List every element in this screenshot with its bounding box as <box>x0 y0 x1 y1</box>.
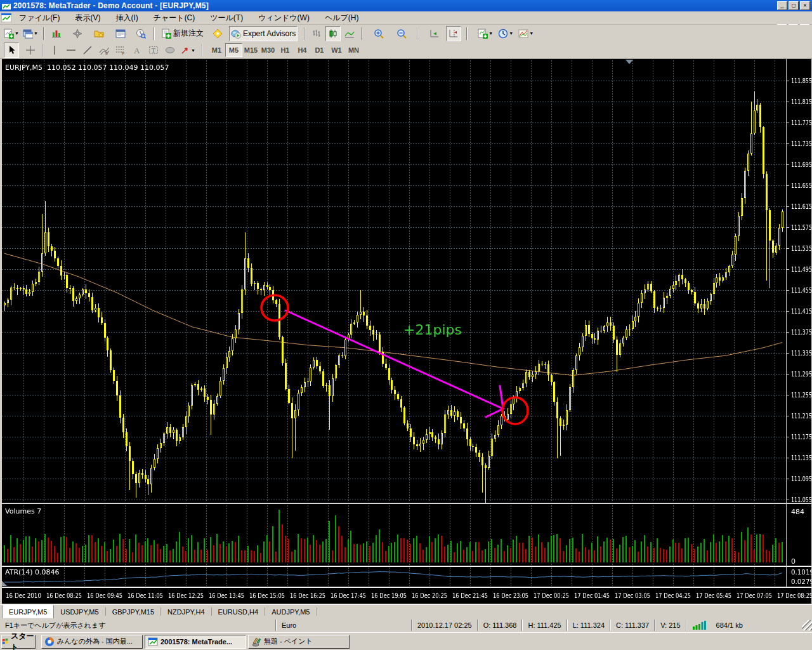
expert-advisors-icon <box>231 29 241 39</box>
text-icon: A <box>132 45 142 55</box>
paint-icon <box>251 637 261 647</box>
timeframe-mn[interactable]: MN <box>345 43 362 57</box>
tab-audjpy-m5[interactable]: AUDJPY,M5 <box>265 605 316 618</box>
templates-button[interactable]: ▼ <box>517 26 535 41</box>
indicators-button[interactable]: ▼ <box>476 26 494 41</box>
tab-nzdjpy-h4[interactable]: NZDJPY,H4 <box>161 605 211 618</box>
close-button[interactable]: ✕ <box>800 1 810 10</box>
periods-icon <box>498 29 508 39</box>
chart-canvas[interactable] <box>2 59 811 604</box>
line-chart-button[interactable] <box>342 26 357 41</box>
horizontal-line-button[interactable] <box>63 43 79 58</box>
tester-icon <box>136 29 146 39</box>
metatrader-window: 2001578: MetaTrader - Demo Account - [EU… <box>0 0 812 650</box>
windows-logo-icon <box>2 637 9 646</box>
svg-text:E: E <box>105 51 108 55</box>
status-bar: F1キーでヘルプが表示されます Euro 2010.12.17 02:25 O:… <box>0 618 812 632</box>
indicators-icon <box>478 29 488 39</box>
menu-bar: ファイル(F) 表示(V) 挿入(I) チャート(C) ツール(T) ウィンドウ… <box>0 11 812 25</box>
text-label-button[interactable]: T <box>146 43 161 58</box>
trendline-button[interactable] <box>80 43 95 58</box>
timeframe-h4[interactable]: H4 <box>294 43 311 57</box>
status-traffic: 684/1 kb <box>711 620 748 631</box>
terminal-icon <box>115 29 126 39</box>
menu-view[interactable]: 表示(V) <box>67 11 108 25</box>
expert-advisors-button[interactable]: Expert Advisors <box>229 26 298 41</box>
periods-button[interactable]: ▼ <box>497 26 514 41</box>
zoom-out-button[interactable] <box>394 26 409 41</box>
menu-help[interactable]: ヘルプ(H) <box>317 11 367 25</box>
toolbar-separator <box>202 44 203 56</box>
channel-icon: E <box>99 45 109 55</box>
new-chart-button[interactable]: ▼ <box>3 26 20 41</box>
channel-button[interactable]: E <box>96 43 112 58</box>
new-order-label: 新規注文 <box>173 28 204 39</box>
chart-shift-button[interactable] <box>446 26 461 41</box>
menu-insert[interactable]: 挿入(I) <box>108 11 145 25</box>
crosshair-icon <box>25 45 36 55</box>
horizontal-line-icon <box>66 45 76 55</box>
timeframe-m5[interactable]: M5 <box>225 43 242 57</box>
task-paint[interactable]: 無題 - ペイント <box>248 635 350 649</box>
arrows-button[interactable]: ▼ <box>179 43 197 58</box>
menu-chart[interactable]: チャート(C) <box>146 11 203 25</box>
cursor-button[interactable] <box>4 43 19 58</box>
start-button[interactable]: スタート <box>1 635 36 649</box>
tab-eurjpy-m5[interactable]: EURJPY,M5 <box>2 605 54 618</box>
toolbar-separator <box>42 44 43 56</box>
maximize-button[interactable]: □ <box>789 1 799 10</box>
vertical-line-button[interactable] <box>47 43 62 58</box>
menu-tools[interactable]: ツール(T) <box>202 11 251 25</box>
connection-bars-icon <box>692 621 706 630</box>
arrow-tool-icon <box>180 45 190 55</box>
menu-window[interactable]: ウィンドウ(W) <box>251 11 317 25</box>
auto-scroll-button[interactable] <box>427 26 442 41</box>
new-order-icon <box>161 29 171 39</box>
zoom-in-button[interactable] <box>371 26 386 41</box>
templates-icon <box>518 29 528 39</box>
timeframe-m15[interactable]: M15 <box>242 43 259 57</box>
cursor-icon <box>6 45 16 55</box>
profiles-button[interactable]: ▼ <box>22 26 39 41</box>
trendline-icon <box>82 45 93 55</box>
terminal-button[interactable] <box>113 26 128 41</box>
minimize-button[interactable]: _ <box>777 1 787 10</box>
status-symbol-name: Euro <box>277 620 411 631</box>
timeframe-h1[interactable]: H1 <box>277 43 294 57</box>
title-bar: 2001578: MetaTrader - Demo Account - [EU… <box>0 0 812 11</box>
bar-chart-button[interactable] <box>309 26 324 41</box>
toolbar-separator <box>304 27 305 40</box>
text-button[interactable]: A <box>129 43 145 58</box>
crosshair-button[interactable] <box>23 43 38 58</box>
chart-window <box>0 59 812 604</box>
toolbar-separator <box>361 27 362 40</box>
drawing-toolbar: E F A T ▼ M1 M5 M15 M30 H1 H4 D1 W1 MN <box>0 42 812 59</box>
profiles-icon <box>23 29 33 39</box>
status-datetime: 2010.12.17 02:25 <box>412 620 477 631</box>
chart-mdi-icon <box>1 13 11 22</box>
history-center-button[interactable] <box>91 26 107 41</box>
tab-gbpjpy-m15[interactable]: GBPJPY,M15 <box>106 605 160 618</box>
new-order-button[interactable]: 新規注文 <box>160 26 205 41</box>
task-metatrader[interactable]: 2001578: MetaTrade... <box>145 635 246 649</box>
timeframe-w1[interactable]: W1 <box>328 43 345 57</box>
market-watch-button[interactable] <box>48 26 63 41</box>
task-browser[interactable]: みんなの外為 - 国内最... <box>41 635 143 649</box>
timeframe-d1[interactable]: D1 <box>311 43 328 57</box>
strategy-tester-button[interactable] <box>133 26 148 41</box>
vertical-line-icon <box>49 45 60 55</box>
menu-file[interactable]: ファイル(F) <box>11 11 67 25</box>
tab-eurusd-h4[interactable]: EURUSD,H4 <box>212 605 265 618</box>
toolbar-separator <box>43 27 44 40</box>
timeframe-m30[interactable]: M30 <box>259 43 277 57</box>
timeframe-m1[interactable]: M1 <box>208 43 225 57</box>
task-browser-label: みんなの外為 - 国内最... <box>57 637 133 646</box>
shapes-button[interactable] <box>162 43 178 58</box>
tab-usdjpy-m5[interactable]: USDJPY,M5 <box>54 605 105 618</box>
resize-grip[interactable] <box>802 620 812 630</box>
metaeditor-button[interactable] <box>210 26 225 41</box>
candlestick-button[interactable] <box>325 26 341 41</box>
navigator-button[interactable] <box>70 26 85 41</box>
fibonacci-button[interactable]: F <box>113 43 128 58</box>
status-volume: V: 215 <box>655 620 685 631</box>
